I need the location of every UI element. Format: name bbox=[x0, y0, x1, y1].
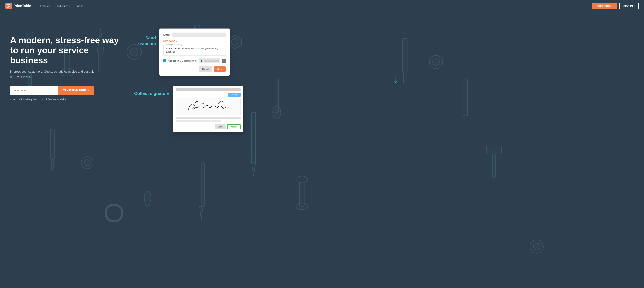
arrow-icon bbox=[394, 77, 398, 84]
phone-icon: 📱 bbox=[200, 60, 202, 62]
message-textarea[interactable]: Message (Optional) Your estimate is atta… bbox=[163, 45, 226, 56]
logo-text: PriceTable bbox=[14, 4, 31, 8]
send-estimate-card: Email: MESSAGE ▾ Message (Optional) Your… bbox=[159, 28, 230, 76]
textarea-label: Message (Optional) bbox=[165, 44, 183, 46]
sms-row: Also send SMS notification to: 📱 ▾ bbox=[163, 58, 226, 63]
chevron-down-icon: ▾ bbox=[176, 40, 178, 42]
hero-badge-1: ✓ No credit card required. bbox=[10, 98, 38, 101]
sign-in-button[interactable]: SIGN IN ▾ bbox=[619, 3, 639, 9]
nav-actions: FREE TRIAL SIGN IN ▾ bbox=[592, 3, 639, 9]
accept-button[interactable]: Accept bbox=[227, 124, 241, 129]
hero-subheadline: Impress your customers. Quote, schedule,… bbox=[10, 69, 100, 79]
sms-dropdown[interactable]: ▾ bbox=[222, 59, 226, 63]
signature-canvas[interactable] bbox=[176, 98, 241, 115]
navbar: PriceTable Features ▾ Industries ▾ Prici… bbox=[0, 0, 644, 12]
hero-headline: A modern, stress-free way to run your se… bbox=[10, 35, 124, 65]
check-icon: ✓ bbox=[10, 98, 12, 101]
sig-header-row: Confirm bbox=[176, 93, 241, 97]
signature-drawing bbox=[185, 99, 232, 114]
email-input-mock[interactable] bbox=[172, 32, 226, 37]
hero-right: Send estimate Email: MESSAGE ▾ bbox=[128, 25, 634, 132]
hero-email-input[interactable] bbox=[10, 86, 58, 95]
sms-phone-input[interactable]: 📱 bbox=[199, 58, 220, 63]
card-actions: Cancel Send bbox=[163, 66, 226, 72]
cancel-button[interactable]: Cancel bbox=[199, 66, 212, 72]
nav-pricing[interactable]: Pricing bbox=[73, 3, 86, 9]
email-field-row: Email: bbox=[163, 32, 226, 37]
nav-features[interactable]: Features ▾ bbox=[38, 3, 54, 9]
hero-content: A modern, stress-free way to run your se… bbox=[0, 12, 644, 288]
collect-signature-label: Collect signature bbox=[134, 91, 170, 96]
hero-left: A modern, stress-free way to run your se… bbox=[10, 25, 128, 101]
try-free-button[interactable]: TRY IT FOR FREE → bbox=[58, 86, 94, 95]
chevron-down-icon: ▾ bbox=[51, 5, 52, 7]
send-button[interactable]: Send bbox=[214, 66, 226, 72]
signature-card: Confirm bbox=[173, 86, 243, 132]
nav-industries[interactable]: Industries ▾ bbox=[55, 3, 72, 9]
check-icon: ✓ bbox=[42, 98, 44, 101]
logo-icon bbox=[5, 3, 12, 9]
hero-badge-2: ✓ All features available. bbox=[42, 98, 67, 101]
sig-top-bar bbox=[176, 88, 241, 91]
sms-checkbox[interactable] bbox=[163, 59, 166, 62]
svg-rect-0 bbox=[5, 3, 12, 9]
cards-wrapper: Send estimate Email: MESSAGE ▾ bbox=[134, 28, 634, 132]
nav-links: Features ▾ Industries ▾ Pricing bbox=[38, 3, 592, 9]
chevron-down-icon: ▾ bbox=[69, 5, 70, 7]
email-label: Email: bbox=[163, 34, 170, 36]
sig-bottom-bar bbox=[176, 117, 241, 119]
clear-button[interactable]: Clear bbox=[215, 124, 226, 129]
hero-form: TRY IT FOR FREE → bbox=[10, 86, 94, 95]
sms-label: Also send SMS notification to: bbox=[168, 60, 197, 62]
message-toggle[interactable]: MESSAGE ▾ bbox=[163, 40, 226, 42]
send-estimate-label: Send estimate bbox=[134, 35, 156, 47]
arrow-down bbox=[158, 77, 634, 84]
hero-section: A modern, stress-free way to run your se… bbox=[0, 12, 644, 288]
confirm-button[interactable]: Confirm bbox=[228, 93, 241, 97]
message-text: Your estimate is attached. Let us know i… bbox=[166, 47, 224, 54]
logo[interactable]: PriceTable bbox=[5, 3, 31, 9]
sig-actions: Clear Accept bbox=[176, 124, 241, 129]
chevron-down-icon: ▾ bbox=[634, 5, 634, 7]
free-trial-button[interactable]: FREE TRIAL bbox=[592, 3, 617, 9]
hero-badges: ✓ No credit card required. ✓ All feature… bbox=[10, 98, 128, 101]
sig-bottom-bar-2 bbox=[176, 120, 221, 122]
